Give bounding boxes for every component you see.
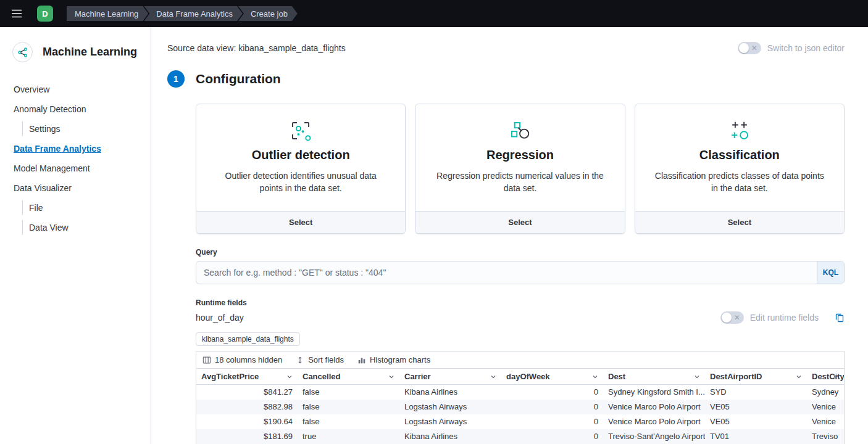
chevron-down-icon[interactable] xyxy=(832,373,840,380)
edit-runtime-fields-label: Edit runtime fields xyxy=(750,313,819,323)
select-classification-button[interactable]: Select xyxy=(635,211,844,233)
breadcrumb-create-job[interactable]: Create job xyxy=(238,6,298,21)
column-header[interactable]: DestAirportID xyxy=(705,369,807,385)
outlier-detection-icon xyxy=(215,118,386,144)
sort-fields-button[interactable]: Sort fields xyxy=(296,355,344,364)
column-header[interactable]: dayOfWeek xyxy=(501,369,603,385)
sidebar-item-file[interactable]: File xyxy=(22,200,142,215)
card-title: Classification xyxy=(654,148,825,162)
column-header[interactable]: Carrier xyxy=(399,369,501,385)
select-outlier-button[interactable]: Select xyxy=(196,211,405,233)
sidebar-item-data-visualizer[interactable]: Data Visualizer xyxy=(12,181,142,195)
grid-cell: Logstash Airways xyxy=(399,414,501,429)
breadcrumb: Machine Learning Data Frame Analytics Cr… xyxy=(67,6,298,21)
breadcrumb-machine-learning[interactable]: Machine Learning xyxy=(67,6,148,21)
page-title: Configuration xyxy=(196,72,281,86)
query-search-input[interactable] xyxy=(196,261,845,284)
card-description: Classification predicts classes of data … xyxy=(654,170,825,195)
select-regression-button[interactable]: Select xyxy=(415,211,624,233)
grid-cell: false xyxy=(298,400,399,414)
chevron-down-icon[interactable] xyxy=(693,373,701,380)
grid-cell: Venice Marco Polo Airport xyxy=(603,414,705,429)
grid-cell: 0 xyxy=(501,429,603,444)
chevron-down-icon[interactable] xyxy=(388,373,395,380)
columns-hidden-button[interactable]: 18 columns hidden xyxy=(202,355,282,364)
main-content: Source data view: kibana_sample_data_fli… xyxy=(151,27,868,444)
classification-card[interactable]: Classification Classification predicts c… xyxy=(635,104,845,234)
machine-learning-logo-icon xyxy=(12,42,33,62)
source-data-view-label: Source data view: kibana_sample_data_fli… xyxy=(167,43,346,53)
sidebar-item-model-management[interactable]: Model Management xyxy=(12,161,142,176)
sidebar-item-data-frame-analytics[interactable]: Data Frame Analytics xyxy=(12,141,142,156)
space-avatar[interactable]: D xyxy=(37,6,53,22)
card-title: Regression xyxy=(434,148,606,162)
column-header[interactable]: Cancelled xyxy=(298,369,399,385)
toggle-x-icon: ✕ xyxy=(734,314,740,321)
grid-cell: $181.69 xyxy=(196,429,298,444)
histogram-charts-button[interactable]: Histogram charts xyxy=(357,355,430,364)
table-row: $841.27falseKibana Airlines0Sydney Kings… xyxy=(196,385,844,400)
grid-cell: $841.27 xyxy=(196,385,298,400)
sidebar-item-overview[interactable]: Overview xyxy=(12,82,142,97)
chevron-down-icon[interactable] xyxy=(286,373,293,380)
breadcrumb-data-frame-analytics[interactable]: Data Frame Analytics xyxy=(144,6,243,21)
column-header[interactable]: DestCityName xyxy=(807,369,844,385)
json-editor-toggle[interactable]: ✕ xyxy=(738,42,761,54)
kql-button[interactable]: KQL xyxy=(817,261,844,284)
sidebar-item-settings[interactable]: Settings xyxy=(22,121,142,136)
columns-icon xyxy=(202,356,211,364)
grid-cell: true xyxy=(298,429,399,444)
runtime-field-name: hour_of_day xyxy=(196,313,244,323)
histogram-icon xyxy=(357,356,366,364)
grid-cell: $882.98 xyxy=(196,400,298,414)
chevron-down-icon[interactable] xyxy=(795,373,803,380)
table-row: $181.69trueKibana Airlines0Treviso-Sant'… xyxy=(196,429,844,444)
sidebar-item-data-view[interactable]: Data View xyxy=(22,220,142,235)
regression-icon xyxy=(434,118,606,144)
grid-cell: Venice xyxy=(807,414,844,429)
copy-icon[interactable] xyxy=(835,313,845,323)
edit-runtime-fields-toggle[interactable]: ✕ xyxy=(720,311,744,324)
grid-cell: 0 xyxy=(501,385,603,400)
toggle-x-icon: ✕ xyxy=(751,44,757,52)
grid-cell: Sydney Kingsford Smith I... xyxy=(603,385,705,400)
sidebar-nav: Overview Anomaly Detection Settings Data… xyxy=(12,82,142,235)
table-row: $882.98falseLogstash Airways0Venice Marc… xyxy=(196,400,844,414)
grid-header-row: AvgTicketPriceCancelledCarrierdayOfWeekD… xyxy=(196,369,844,385)
grid-cell: Kibana Airlines xyxy=(399,385,501,400)
grid-cell: Venice Marco Polo Airport xyxy=(603,400,705,414)
runtime-fields-label: Runtime fields xyxy=(196,298,845,307)
grid-cell: Sydney xyxy=(807,385,844,400)
grid-cell: Treviso-Sant'Angelo Airport xyxy=(603,429,705,444)
chevron-down-icon[interactable] xyxy=(591,373,599,380)
chevron-down-icon[interactable] xyxy=(490,373,497,380)
grid-cell: Logstash Airways xyxy=(399,400,501,414)
grid-table: AvgTicketPriceCancelledCarrierdayOfWeekD… xyxy=(196,368,844,444)
card-title: Outlier detection xyxy=(215,148,386,162)
json-editor-toggle-label: Switch to json editor xyxy=(767,43,845,53)
grid-cell: 0 xyxy=(501,400,603,414)
outlier-detection-card[interactable]: Outlier detection Outlier detection iden… xyxy=(196,104,406,234)
sidebar: Machine Learning Overview Anomaly Detect… xyxy=(0,27,151,444)
grid-cell: TV01 xyxy=(705,429,807,444)
sidebar-title: Machine Learning xyxy=(43,46,137,59)
classification-icon xyxy=(654,118,825,144)
step-number-badge: 1 xyxy=(167,70,185,88)
sort-icon xyxy=(296,356,304,364)
grid-cell: false xyxy=(298,385,399,400)
grid-cell: false xyxy=(298,414,399,429)
grid-cell: SYD xyxy=(705,385,807,400)
menu-icon[interactable] xyxy=(6,3,27,24)
sidebar-item-anomaly-detection[interactable]: Anomaly Detection xyxy=(12,102,142,117)
data-grid: 18 columns hidden Sort fields xyxy=(196,351,845,444)
table-row: $190.64falseLogstash Airways0Venice Marc… xyxy=(196,414,844,429)
data-view-badge: kibana_sample_data_flights xyxy=(196,332,300,346)
query-label: Query xyxy=(196,248,845,257)
regression-card[interactable]: Regression Regression predicts numerical… xyxy=(415,104,625,234)
grid-cell: Kibana Airlines xyxy=(399,429,501,444)
column-header[interactable]: AvgTicketPrice xyxy=(196,369,298,385)
grid-cell: $190.64 xyxy=(196,414,298,429)
grid-cell: 0 xyxy=(501,414,603,429)
column-header[interactable]: Dest xyxy=(603,369,705,385)
grid-cell: Treviso xyxy=(807,429,844,444)
